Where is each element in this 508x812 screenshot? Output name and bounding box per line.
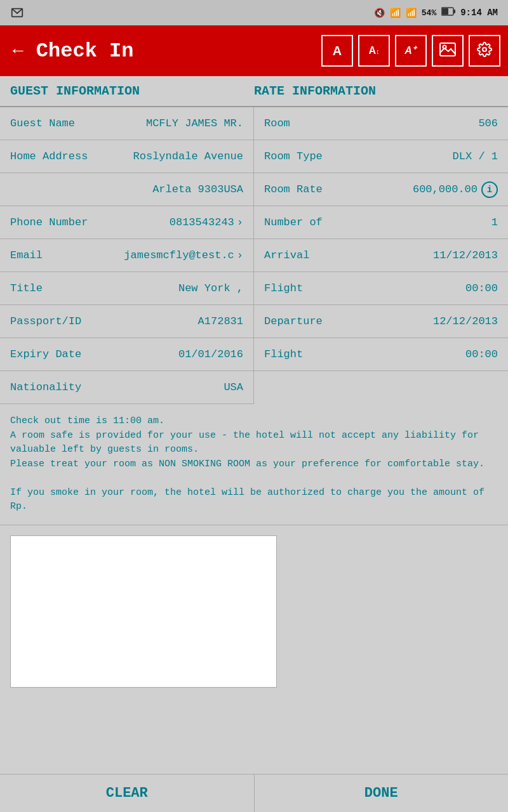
home-address-label: Home Address: [10, 150, 109, 162]
room-type-label: Room Type: [264, 150, 363, 162]
room-rate-info-icon[interactable]: i: [481, 181, 498, 198]
font-a-icon: A: [333, 44, 342, 58]
guest-info-column: Guest Name MCFLY JAMES MR. Home Address …: [0, 107, 254, 404]
number-of-row[interactable]: Number of 1: [254, 206, 508, 239]
font-aa-icon: A↕: [368, 45, 379, 56]
clear-button[interactable]: CLEAR: [0, 775, 255, 812]
departure-flight-row[interactable]: Flight 00:00: [254, 338, 508, 371]
signal-icon: 📶: [406, 8, 417, 18]
image-icon: [439, 43, 456, 60]
notice-line-3: Please treat your room as NON SMOKING RO…: [10, 457, 498, 472]
font-style-icon: A✦: [404, 44, 417, 56]
notice-section: Check out time is 11:00 am. A room safe …: [0, 404, 508, 525]
nationality-row[interactable]: Nationality USA: [0, 371, 253, 404]
title-label: Title: [10, 282, 109, 294]
rate-info-header: RATE INFORMATION: [254, 84, 498, 98]
guest-info-header: GUEST INFORMATION: [10, 84, 254, 98]
nationality-label: Nationality: [10, 381, 109, 393]
arrival-flight-value: 00:00: [363, 282, 498, 294]
settings-button[interactable]: [469, 35, 500, 67]
guest-name-value: MCFLY JAMES MR.: [109, 117, 243, 129]
expiry-value: 01/01/2016: [109, 348, 243, 360]
section-headers: GUEST INFORMATION RATE INFORMATION: [0, 76, 508, 107]
room-rate-row[interactable]: Room Rate 600,000.00 i: [254, 173, 508, 206]
notice-line-2: A room safe is provided for your use - t…: [10, 429, 498, 457]
font-a-button[interactable]: A: [321, 35, 353, 67]
departure-label: Departure: [264, 315, 363, 327]
signature-canvas[interactable]: [10, 535, 277, 688]
address-line2-value: Arleta 9303USA: [109, 183, 243, 195]
passport-row[interactable]: Passport/ID A172831: [0, 305, 253, 338]
svg-point-6: [483, 48, 486, 51]
arrival-flight-label: Flight: [264, 282, 363, 294]
address-line2-row[interactable]: Arleta 9303USA: [0, 173, 253, 206]
status-bar: 🔇 📶 📶 54% 9:14 AM: [0, 0, 508, 25]
main-content: GUEST INFORMATION RATE INFORMATION Guest…: [0, 76, 508, 749]
room-value: 506: [363, 117, 498, 129]
email-value: jamesmcfly@test.c: [109, 249, 234, 261]
clock: 9:14 AM: [460, 8, 498, 18]
app-bar: ← Check In A A↕ A✦: [0, 25, 508, 76]
title-value: New York ,: [109, 282, 243, 294]
toolbar-icons: A A↕ A✦: [321, 35, 500, 67]
departure-value: 12/12/2013: [363, 315, 498, 327]
room-type-row[interactable]: Room Type DLX / 1: [254, 140, 508, 173]
done-button[interactable]: DONE: [255, 775, 509, 812]
guest-name-label: Guest Name: [10, 117, 109, 129]
phone-value: 0813543243: [109, 216, 234, 228]
image-button[interactable]: [432, 35, 464, 67]
departure-row[interactable]: Departure 12/12/2013: [254, 305, 508, 338]
expiry-label: Expiry Date: [10, 348, 109, 360]
font-style-button[interactable]: A✦: [395, 35, 427, 67]
home-address-value: Roslyndale Avenue: [109, 150, 243, 162]
departure-flight-value: 00:00: [363, 348, 498, 360]
back-button[interactable]: ←: [8, 36, 29, 66]
room-rate-value: 600,000.00: [363, 183, 478, 195]
nationality-value: USA: [109, 381, 243, 393]
number-of-label: Number of: [264, 216, 363, 228]
expiry-row[interactable]: Expiry Date 01/01/2016: [0, 338, 253, 371]
notice-line-1: Check out time is 11:00 am.: [10, 414, 498, 429]
wifi-icon: 📶: [390, 8, 401, 18]
email-arrow: ›: [237, 249, 243, 261]
phone-arrow: ›: [237, 216, 243, 228]
arrival-flight-row[interactable]: Flight 00:00: [254, 272, 508, 305]
guest-name-row[interactable]: Guest Name MCFLY JAMES MR.: [0, 107, 253, 140]
arrival-label: Arrival: [264, 249, 363, 261]
bottom-bar: CLEAR DONE: [0, 774, 508, 812]
arrival-value: 11/12/2013: [363, 249, 498, 261]
room-rate-label: Room Rate: [264, 183, 363, 195]
number-of-value: 1: [363, 216, 498, 228]
email-row[interactable]: Email jamesmcfly@test.c ›: [0, 239, 253, 272]
room-row[interactable]: Room 506: [254, 107, 508, 140]
svg-rect-3: [442, 8, 448, 15]
phone-label: Phone Number: [10, 216, 109, 228]
battery-level: 54%: [422, 8, 436, 18]
email-label: Email: [10, 249, 109, 261]
info-columns: Guest Name MCFLY JAMES MR. Home Address …: [0, 107, 508, 404]
rate-info-column: Room 506 Room Type DLX / 1 Room Rate 600…: [254, 107, 508, 404]
font-aa-button[interactable]: A↕: [358, 35, 390, 67]
bottom-spacer: [0, 698, 508, 749]
phone-row[interactable]: Phone Number 0813543243 ›: [0, 206, 253, 239]
passport-value: A172831: [109, 315, 243, 327]
home-address-row[interactable]: Home Address Roslyndale Avenue: [0, 140, 253, 173]
mute-icon: 🔇: [374, 8, 385, 18]
settings-icon: [477, 42, 492, 60]
battery-icon: [441, 7, 455, 18]
title-row[interactable]: Title New York ,: [0, 272, 253, 305]
page-title: Check In: [36, 39, 314, 63]
arrival-row[interactable]: Arrival 11/12/2013: [254, 239, 508, 272]
room-type-value: DLX / 1: [363, 150, 498, 162]
passport-label: Passport/ID: [10, 315, 109, 327]
notice-line-4: If you smoke in your room, the hotel wil…: [10, 486, 498, 514]
room-label: Room: [264, 117, 363, 129]
status-left-icons: [10, 6, 24, 20]
departure-flight-label: Flight: [264, 348, 363, 360]
svg-rect-2: [453, 10, 455, 13]
